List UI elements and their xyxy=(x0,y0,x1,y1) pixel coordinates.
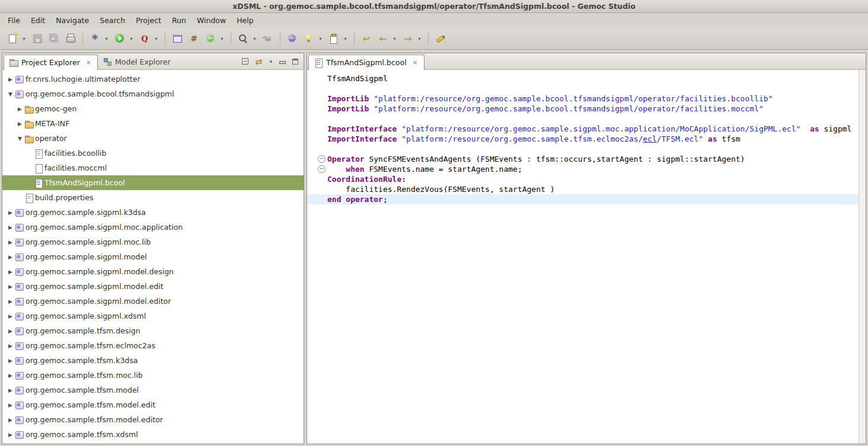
back-button[interactable]: ← xyxy=(375,31,391,46)
code-line[interactable]: facilities.RendezVous(FSMEvents, startAg… xyxy=(307,184,859,194)
tree-arrow-icon[interactable]: ▶ xyxy=(6,358,15,364)
tree-item[interactable]: ▼org.gemoc.sample.bcool.tfsmandsigpml xyxy=(2,86,304,101)
tree-item[interactable]: ▶org.gemoc.sample.sigpml.k3dsa xyxy=(2,205,304,220)
code-line[interactable]: ImportInterface "platform:/resource/org.… xyxy=(307,124,859,134)
close-icon[interactable]: × xyxy=(411,59,419,66)
tree-arrow-icon[interactable]: ▶ xyxy=(6,284,15,290)
menu-project[interactable]: Project xyxy=(130,13,167,28)
tree-item[interactable]: ▶org.gemoc.sample.tfsm.model.edit xyxy=(2,397,304,412)
tree-item[interactable]: build.properties xyxy=(2,190,304,205)
new-class-dropdown[interactable]: ▾ xyxy=(219,31,225,46)
code-line[interactable]: ImportLib "platform:/resource/org.gemoc.… xyxy=(307,104,859,114)
tree-item[interactable]: ▶org.gemoc.sample.sigpml.moc.lib xyxy=(2,235,304,249)
code-line[interactable]: end operator; xyxy=(307,194,859,204)
coverage-button[interactable]: Q xyxy=(137,31,152,46)
new-project-button[interactable] xyxy=(170,31,185,46)
tree-item[interactable]: ▶org.gemoc.sample.tfsm.model xyxy=(2,383,304,397)
run-config-dropdown[interactable]: ▾ xyxy=(317,31,324,46)
code-line[interactable]: CoordinationRule: xyxy=(307,174,859,184)
tree-arrow-icon[interactable]: ▶ xyxy=(6,313,15,319)
tree-item[interactable]: facilities.bcoollib xyxy=(2,146,304,161)
tree-arrow-icon[interactable]: ▶ xyxy=(6,328,15,334)
tree-item[interactable]: ▶org.gemoc.sample.sigpml.model.editor xyxy=(2,294,304,309)
view-tab-project-explorer[interactable]: Project Explorer× xyxy=(4,54,98,70)
overview-ruler[interactable] xyxy=(859,70,866,444)
menu-help[interactable]: Help xyxy=(231,13,259,28)
tree-item[interactable]: ▶gemoc-gen xyxy=(2,101,304,116)
view-tab-model-explorer[interactable]: Model Explorer xyxy=(98,54,175,69)
tree-arrow-icon[interactable]: ▶ xyxy=(6,299,15,304)
code-line[interactable]: Operator SyncFSMEventsAndAgents (FSMEven… xyxy=(307,154,859,164)
tree-arrow-icon[interactable]: ▶ xyxy=(6,387,15,393)
code-line[interactable] xyxy=(307,114,859,124)
tree-arrow-icon[interactable]: ▶ xyxy=(6,76,15,82)
code-line[interactable]: TfsmAndSigpml xyxy=(307,73,859,84)
annotations-button[interactable] xyxy=(326,31,342,46)
minimize-icon[interactable] xyxy=(279,59,285,65)
close-icon[interactable]: × xyxy=(85,59,92,66)
tree-item[interactable]: ▶org.gemoc.sample.sigpml.model.design xyxy=(2,264,304,279)
menu-search[interactable]: Search xyxy=(94,13,130,28)
tree-item[interactable]: ▶org.gemoc.sample.sigpml.model xyxy=(2,249,304,264)
menu-window[interactable]: Window xyxy=(192,13,231,28)
forward-dropdown[interactable]: ▾ xyxy=(416,31,423,46)
tree-arrow-icon[interactable]: ▶ xyxy=(6,343,15,349)
tree-arrow-icon[interactable]: ▶ xyxy=(6,417,15,423)
highlight-button[interactable] xyxy=(433,31,448,46)
new-package-button[interactable]: # xyxy=(186,31,202,46)
code-line[interactable]: when FSMEvents.name = startAgent.name; xyxy=(307,164,859,174)
tree-arrow-icon[interactable]: ▶ xyxy=(6,269,15,275)
browser-button[interactable] xyxy=(285,31,300,46)
tree-item[interactable]: ▶org.gemoc.sample.sigpml.xdsml xyxy=(2,309,304,323)
debug-dropdown[interactable]: ▾ xyxy=(103,31,110,46)
run-config-button[interactable] xyxy=(301,31,317,46)
tree-arrow-icon[interactable]: ▶ xyxy=(6,224,15,230)
new-button[interactable] xyxy=(5,31,20,46)
maximize-icon[interactable] xyxy=(292,59,298,65)
tree-arrow-icon[interactable]: ▶ xyxy=(6,210,15,216)
fold-collapse-icon[interactable] xyxy=(307,164,327,174)
tree-item[interactable]: ▶org.gemoc.sample.tfsm.eclmoc2as xyxy=(2,338,304,353)
tree-arrow-icon[interactable]: ▼ xyxy=(6,91,15,97)
run-button[interactable] xyxy=(112,31,127,46)
menu-navigate[interactable]: Navigate xyxy=(50,13,94,28)
tree-item[interactable]: ▶org.gemoc.sample.tfsm.k3dsa xyxy=(2,353,304,368)
new-dropdown[interactable]: ▾ xyxy=(21,31,27,46)
menu-edit[interactable]: Edit xyxy=(25,13,50,28)
tree-arrow-icon[interactable]: ▶ xyxy=(6,373,15,378)
last-edit-button[interactable]: ↩ xyxy=(359,31,374,46)
new-class-button[interactable] xyxy=(203,31,218,46)
code-line[interactable]: ImportInterface "platform:/resource/org.… xyxy=(307,134,859,144)
tree-item[interactable]: ▶org.gemoc.sample.sigpml.moc.application xyxy=(2,220,304,235)
coverage-dropdown[interactable]: ▾ xyxy=(153,31,159,46)
code-line[interactable]: ImportLib "platform:/resource/org.gemoc.… xyxy=(307,94,859,104)
editor-tab-tfsmandsigpml[interactable]: TfsmAndSigpml.bcool × xyxy=(308,54,425,70)
search-dropdown[interactable]: ▾ xyxy=(251,31,258,46)
print-button[interactable] xyxy=(63,31,78,46)
tree-arrow-icon[interactable]: ▶ xyxy=(15,106,24,112)
link-with-editor-icon[interactable]: ⇄ xyxy=(256,57,263,66)
tree-item[interactable]: ▼operator xyxy=(2,131,304,146)
run-dropdown[interactable]: ▾ xyxy=(128,31,135,46)
code-line[interactable] xyxy=(307,144,859,154)
menu-run[interactable]: Run xyxy=(167,13,192,28)
tree-item[interactable]: ▶org.gemoc.sample.sigpml.model.edit xyxy=(2,279,304,294)
annotations-dropdown[interactable]: ▾ xyxy=(342,31,349,46)
tree-item[interactable]: MCfacilities.moccml xyxy=(2,161,304,175)
tree-arrow-icon[interactable]: ▶ xyxy=(6,432,15,438)
tree-item[interactable]: ▶META-INF xyxy=(2,116,304,131)
view-menu-icon[interactable]: ▾ xyxy=(269,59,272,65)
code-line[interactable] xyxy=(307,84,859,94)
tree-item[interactable]: ▶fr.cnrs.luchogie.ultimateplotter xyxy=(2,72,304,86)
back-dropdown[interactable]: ▾ xyxy=(391,31,398,46)
search-button[interactable] xyxy=(235,31,251,46)
forward-button[interactable]: → xyxy=(400,31,416,46)
collapse-all-icon[interactable] xyxy=(242,58,248,65)
fold-collapse-icon[interactable] xyxy=(307,154,327,164)
tree-arrow-icon[interactable]: ▼ xyxy=(15,136,24,142)
menu-file[interactable]: File xyxy=(2,13,25,28)
tree-item[interactable]: TfsmAndSigpml.bcool xyxy=(2,175,304,190)
tree-arrow-icon[interactable]: ▶ xyxy=(6,239,15,245)
debug-button[interactable]: * xyxy=(87,31,103,46)
tree-arrow-icon[interactable]: ▶ xyxy=(6,254,15,260)
